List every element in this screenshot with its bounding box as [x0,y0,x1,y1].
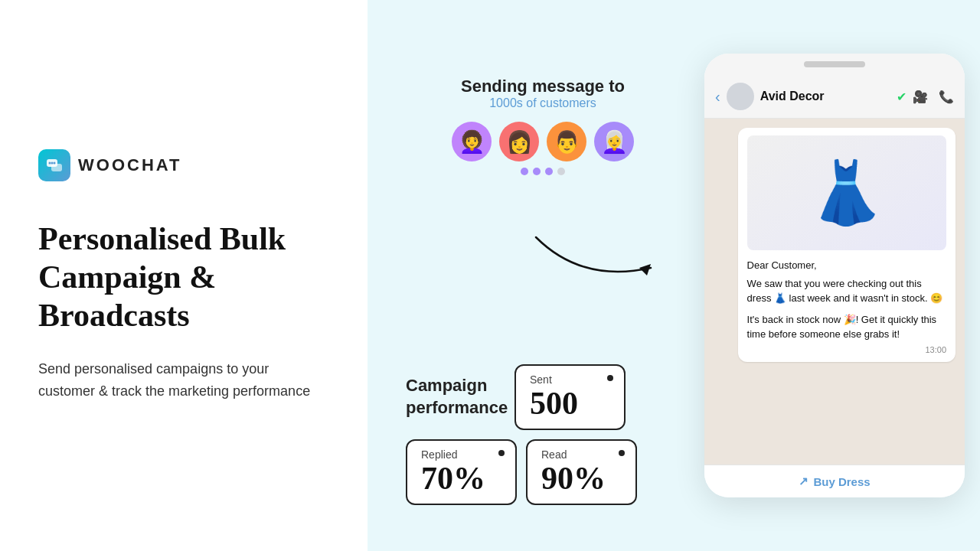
external-link-icon: ↗ [799,474,808,488]
avatar-3: 👨 [547,122,586,161]
phone-header: ‹ Avid Decor ✔ 🎥 📞 [704,75,965,119]
right-panel: Sending message to 1000s of customers 👩‍… [368,0,980,551]
phone-notch [804,61,865,67]
contact-name: Avid Decor [760,90,890,103]
read-label: Read [541,448,622,461]
left-panel: WOOCHAT Personalised Bulk Campaign & Bro… [0,0,368,551]
verified-badge-icon: ✔ [897,90,906,104]
dot-3 [545,168,553,175]
stat-sent-card: Sent 500 [514,364,626,430]
phone-status-bar [704,54,965,75]
sending-title: Sending message to [452,77,634,96]
dots-row [452,168,634,175]
replied-label: Replied [421,448,501,461]
avatar-2: 👩 [499,122,539,161]
svg-rect-1 [51,164,62,171]
replied-dot [498,450,505,456]
headline: Personalised Bulk Campaign & Broadcasts [38,220,329,335]
read-dot [619,450,625,456]
dress-image: 👗 [747,135,946,250]
chat-line3: It's back in stock now 🎉! Get it quickly… [747,312,946,342]
logo: WOOCHAT [38,149,329,181]
dot-2 [533,168,541,175]
header-icons: 🎥 📞 [913,90,954,104]
video-call-icon[interactable]: 🎥 [913,90,928,104]
phone-mockup: ‹ Avid Decor ✔ 🎥 📞 👗 Dear Customer, We s… [704,54,965,497]
logo-icon [38,149,70,181]
chat-time: 13:00 [747,345,946,354]
stat-read-card: Read 90% [526,439,637,505]
avatar-1: 👩‍🦱 [452,122,492,161]
dot-1 [521,168,528,175]
subtext: Send personalised campaigns to your cust… [38,358,329,403]
stats-area: Campaign performance Sent 500 Replied 70… [406,364,637,505]
buy-dress-bar[interactable]: ↗ Buy Dress [704,465,965,497]
contact-avatar [727,83,754,110]
logo-text: WOOCHAT [78,155,181,175]
phone-chat: 👗 Dear Customer, We saw that you were ch… [704,119,965,465]
avatars-row: 👩‍🦱 👩 👨 👩‍🦳 [452,122,634,161]
svg-point-3 [51,161,54,164]
sent-value: 500 [530,386,610,421]
replied-value: 70% [421,461,501,496]
back-arrow-icon[interactable]: ‹ [715,88,720,106]
arrow-svg [521,222,674,298]
chat-line1: Dear Customer, [747,258,946,273]
svg-point-4 [54,161,56,164]
stats-top-row: Campaign performance Sent 500 [406,364,637,430]
read-value: 90% [541,461,622,496]
sending-block: Sending message to 1000s of customers 👩‍… [452,77,634,175]
chat-line2: We saw that you were checking out this d… [747,276,946,306]
sending-subtitle: 1000s of customers [452,96,634,110]
stats-bottom-row: Replied 70% Read 90% [406,439,637,505]
svg-point-2 [49,161,51,164]
buy-dress-link[interactable]: ↗ Buy Dress [714,474,956,488]
campaign-label: Campaign performance [406,375,505,419]
dot-4 [557,168,565,175]
sent-label: Sent [530,373,610,386]
buy-dress-label: Buy Dress [813,475,870,488]
avatar-4: 👩‍🦳 [594,122,634,161]
phone-call-icon[interactable]: 📞 [939,90,954,104]
chat-bubble: 👗 Dear Customer, We saw that you were ch… [738,128,956,362]
sent-dot [607,375,613,381]
stat-replied-card: Replied 70% [406,439,517,505]
